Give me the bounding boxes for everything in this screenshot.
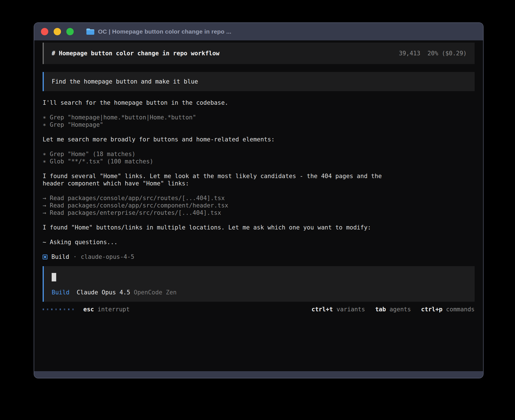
status-bar-right: ctrl+t variants tab agents ctrl+p comman… bbox=[311, 306, 475, 313]
hint-key: tab bbox=[375, 306, 386, 313]
hint-interrupt: esc interrupt bbox=[83, 306, 130, 313]
separator-dot: · bbox=[73, 253, 77, 261]
window-title: OC | Homepage button color change in rep… bbox=[98, 28, 231, 35]
tool-call-grep: ∗ Grep "homepage|home.*button|Home.*butt… bbox=[43, 114, 475, 121]
hint-agents: tab agents bbox=[375, 306, 411, 313]
assistant-text: I'll search for the homepage button in t… bbox=[43, 99, 475, 106]
session-header: # Homepage button color change in repo w… bbox=[43, 43, 475, 64]
terminal-content: # Homepage button color change in repo w… bbox=[34, 40, 483, 371]
folder-icon bbox=[86, 28, 95, 35]
title-group: OC | Homepage button color change in rep… bbox=[86, 28, 231, 35]
hint-key: ctrl+t bbox=[311, 306, 333, 313]
assistant-text: Let me search more broadly for buttons a… bbox=[43, 136, 475, 143]
model-row: Build Claude Opus 4.5 OpenCode Zen bbox=[52, 289, 467, 296]
hint-label: agents bbox=[386, 306, 411, 313]
agent-task-row: Build · claude-opus-4-5 bbox=[43, 253, 475, 261]
status-bar-left: esc interrupt bbox=[43, 306, 130, 313]
assistant-text: I found "Home" buttons/links in multiple… bbox=[43, 224, 393, 231]
hint-key: ctrl+p bbox=[421, 306, 442, 313]
window-footer bbox=[34, 371, 483, 378]
tool-call-read: → Read packages/console/app/src/routes/[… bbox=[43, 194, 475, 202]
hint-label: interrupt bbox=[94, 306, 130, 313]
desktop: OC | Homepage button color change in rep… bbox=[0, 0, 515, 420]
zoom-button[interactable] bbox=[66, 28, 74, 35]
minimize-button[interactable] bbox=[54, 28, 61, 35]
close-button[interactable] bbox=[41, 28, 48, 35]
model-provider: OpenCode Zen bbox=[134, 289, 177, 296]
agent-build-icon bbox=[43, 255, 47, 259]
session-title: # Homepage button color change in repo w… bbox=[52, 50, 219, 57]
agent-name: Build bbox=[51, 253, 69, 261]
hint-label: commands bbox=[442, 306, 475, 313]
hint-variants: ctrl+t variants bbox=[311, 306, 365, 313]
spinner-dots-icon bbox=[43, 309, 74, 310]
user-message: Find the homepage button and make it blu… bbox=[43, 72, 475, 91]
tool-call-read: → Read packages/console/app/src/componen… bbox=[43, 202, 475, 209]
hint-key: esc bbox=[83, 306, 94, 313]
agent-model: claude-opus-4-5 bbox=[81, 253, 134, 261]
working-status: ~ Asking questions... bbox=[43, 239, 475, 246]
terminal-window: OC | Homepage button color change in rep… bbox=[34, 23, 483, 378]
tool-call-grep: ∗ Grep "Home" (18 matches) bbox=[43, 150, 475, 158]
tool-call-glob: ∗ Glob "**/*.tsx" (100 matches) bbox=[43, 158, 475, 165]
status-bar: esc interrupt ctrl+t variants tab agents… bbox=[43, 306, 475, 313]
hint-label: variants bbox=[333, 306, 365, 313]
token-count: 39,413 bbox=[399, 50, 420, 57]
tool-call-read: → Read packages/enterprise/src/routes/[.… bbox=[43, 209, 475, 216]
session-usage: 39,413 20% ($0.29) bbox=[399, 50, 467, 57]
assistant-transcript: I'll search for the homepage button in t… bbox=[43, 99, 475, 261]
active-agent-label[interactable]: Build bbox=[52, 289, 69, 296]
model-name: Claude Opus 4.5 bbox=[69, 289, 134, 296]
window-controls bbox=[41, 28, 74, 35]
tool-call-grep: ∗ Grep "Homepage" bbox=[43, 121, 475, 128]
assistant-text: I found several "Home" links. Let me loo… bbox=[43, 172, 393, 187]
text-cursor bbox=[52, 273, 56, 281]
prompt-input[interactable]: Build Claude Opus 4.5 OpenCode Zen bbox=[43, 266, 475, 302]
user-message-text: Find the homepage button and make it blu… bbox=[52, 78, 198, 85]
hint-commands: ctrl+p commands bbox=[421, 306, 475, 313]
window-titlebar[interactable]: OC | Homepage button color change in rep… bbox=[34, 23, 483, 40]
context-usage: 20% ($0.29) bbox=[427, 50, 467, 57]
